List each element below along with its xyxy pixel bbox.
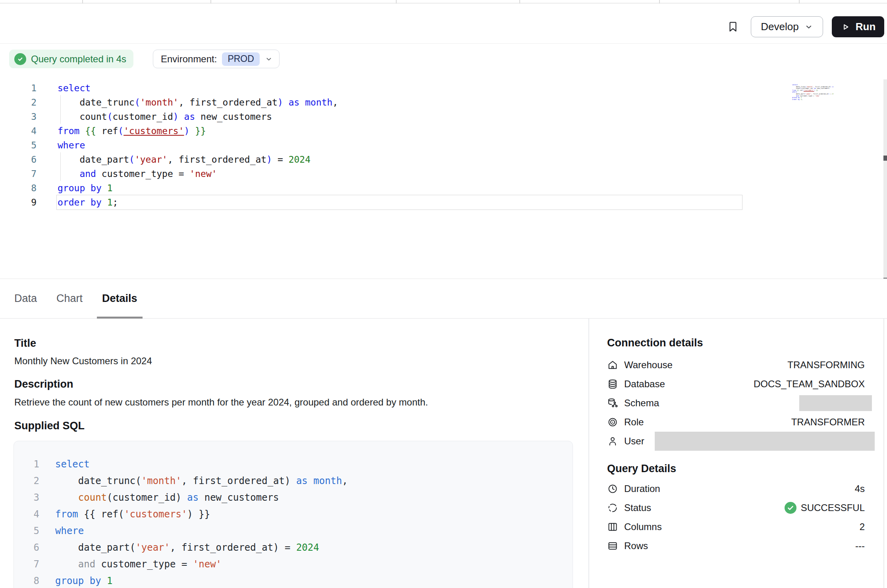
tab-separator [659, 0, 660, 4]
query-status-pill: Query completed in 4s [9, 50, 133, 68]
run-button[interactable]: Run [832, 16, 884, 37]
connection-panel: Connection details WarehouseTRANSFORMING… [588, 319, 887, 588]
detail-value: 2 [860, 521, 865, 532]
code-line: 3 count(customer_id) as new_customers [14, 489, 573, 506]
detail-label: Columns [624, 521, 662, 532]
tab-chart[interactable]: Chart [56, 279, 83, 318]
sql-editor[interactable]: 1select2 date_trunc('month', first_order… [0, 68, 887, 279]
tab-separator [396, 0, 397, 4]
detail-label: Status [624, 502, 651, 513]
line-number: 3 [0, 110, 37, 124]
tab-details[interactable]: Details [102, 279, 137, 318]
code-line: 4from {{ ref('customers') }} [14, 506, 573, 523]
detail-row-warehouse: WarehouseTRANSFORMING [607, 355, 887, 375]
detail-label: Database [624, 379, 665, 390]
line-number: 9 [0, 195, 37, 209]
home-icon [607, 359, 621, 371]
code-line: 8group by 1 [0, 181, 839, 195]
code-line: 1select [14, 456, 573, 473]
line-number: 1 [0, 81, 37, 95]
code-line: 7 and customer_type = 'new' [0, 167, 839, 181]
detail-label: Rows [624, 540, 648, 551]
detail-label: Warehouse [624, 359, 673, 371]
code-line: 7 and customer_type = 'new' [14, 556, 573, 573]
detail-value: SUCCESSFUL [785, 502, 865, 514]
supplied-sql-heading: Supplied SQL [14, 420, 85, 432]
app-window: Develop Run Query completed in 4s En [0, 0, 887, 588]
environment-selector[interactable]: Environment: PROD [153, 50, 280, 68]
play-icon [841, 22, 851, 32]
code-line: 5where [0, 138, 839, 152]
detail-row-status: StatusSUCCESSFUL [607, 498, 887, 517]
detail-row-database: DatabaseDOCS_TEAM_SANDBOX [607, 375, 887, 394]
clock-icon [607, 483, 621, 494]
supplied-sql-code: 1select2 date_trunc('month', first_order… [14, 456, 573, 588]
chevron-down-icon [265, 55, 273, 63]
line-number: 5 [0, 138, 37, 152]
check-circle-icon [785, 502, 796, 514]
check-circle-icon [14, 53, 26, 65]
user-icon [607, 436, 621, 447]
code-line: 6 date_part('year', first_ordered_at) = … [14, 539, 573, 556]
editor-minimap[interactable]: 1select2 date_trunc('month', first_order… [792, 81, 833, 100]
line-number: 2 [0, 95, 37, 110]
results-tab-bar: DataChartDetails [0, 279, 887, 319]
title-heading: Title [14, 337, 36, 350]
connection-details-heading: Connection details [607, 337, 703, 349]
editor-tab-strip [0, 0, 887, 4]
line-number: 5 [22, 523, 39, 539]
line-number: 1 [22, 456, 39, 473]
line-number: 4 [22, 506, 39, 523]
loader-icon [607, 502, 621, 513]
tab-data[interactable]: Data [14, 279, 37, 318]
code-line: 1select [0, 81, 839, 95]
line-number: 7 [0, 167, 37, 181]
details-panel: Title Monthly New Customers in 2024 Desc… [0, 319, 887, 588]
detail-label: User [624, 436, 644, 447]
detail-row-role: RoleTRANSFORMER [607, 413, 887, 432]
detail-row-duration: Duration4s [607, 479, 887, 498]
detail-value: --- [855, 540, 865, 551]
connection-rows: WarehouseTRANSFORMINGDatabaseDOCS_TEAM_S… [607, 355, 887, 451]
code-line: 9order by 1; [0, 195, 839, 209]
tab-separator [82, 0, 83, 4]
bookmark-button[interactable] [725, 16, 741, 37]
editor-code: 1select2 date_trunc('month', first_order… [0, 81, 839, 209]
code-line: 4from {{ ref('customers') }} [0, 124, 839, 138]
redacted-value [799, 395, 872, 411]
bookmark-icon [727, 19, 739, 34]
scrollbar-thumb[interactable] [883, 156, 887, 161]
toolbar: Develop Run [0, 4, 887, 44]
line-number: 4 [0, 124, 37, 138]
supplied-sql-block: 1select2 date_trunc('month', first_order… [13, 441, 573, 588]
scrollbar-track[interactable] [883, 79, 887, 282]
code-line: 2 date_trunc('month', first_ordered_at) … [0, 95, 839, 110]
detail-row-schema: Schema [607, 394, 887, 413]
code-line: 9order by 1; [792, 96, 833, 98]
description-heading: Description [14, 378, 73, 390]
code-line: 2 date_trunc('month', first_ordered_at) … [14, 473, 573, 489]
detail-label: Role [624, 417, 644, 428]
rows-icon [607, 540, 621, 551]
code-line: 5where [14, 523, 573, 539]
target-icon [607, 417, 621, 428]
environment-value-badge: PROD [222, 52, 259, 66]
redacted-value [655, 432, 875, 451]
query-status-text: Query completed in 4s [31, 54, 126, 65]
tab-separator [210, 0, 211, 4]
run-label: Run [856, 21, 876, 33]
line-number: 6 [0, 152, 37, 167]
query-rows: Duration4sStatusSUCCESSFULColumns2Rows--… [607, 479, 887, 555]
detail-label: Schema [624, 398, 659, 409]
line-number: 3 [22, 489, 39, 506]
detail-value: TRANSFORMER [791, 417, 865, 428]
chevron-down-icon [804, 23, 813, 31]
database-icon [607, 379, 621, 390]
columns-icon [607, 521, 621, 532]
detail-value: TRANSFORMING [787, 359, 865, 371]
title-value: Monthly New Customers in 2024 [14, 355, 152, 367]
develop-menu-button[interactable]: Develop [751, 16, 823, 37]
develop-label: Develop [761, 21, 798, 33]
code-line: 8group by 1 [14, 573, 573, 588]
line-number: 8 [0, 181, 37, 195]
